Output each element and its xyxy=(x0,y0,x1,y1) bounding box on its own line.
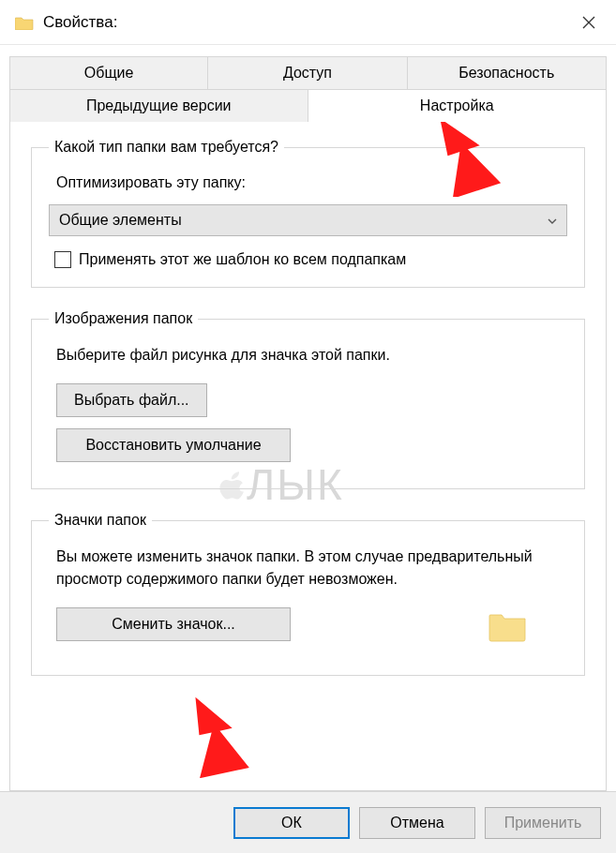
apply-button[interactable]: Применить xyxy=(485,807,601,839)
change-icon-button[interactable]: Сменить значок... xyxy=(56,607,291,641)
close-button[interactable] xyxy=(567,7,610,37)
tab-customize[interactable]: Настройка xyxy=(308,89,608,122)
cancel-button[interactable]: Отмена xyxy=(359,807,475,839)
ok-button[interactable]: ОК xyxy=(233,807,350,839)
tab-general[interactable]: Общие xyxy=(9,56,208,89)
group-folder-pictures-legend: Изображения папок xyxy=(49,310,198,327)
tab-security[interactable]: Безопасность xyxy=(408,56,607,89)
tab-previous-versions[interactable]: Предыдущие версии xyxy=(9,89,308,122)
apply-subfolders-row[interactable]: Применять этот же шаблон ко всем подпапк… xyxy=(54,251,567,268)
folder-icon-preview xyxy=(488,609,528,643)
tab-pane-customize: ЛЫК Какой тип папки вам требуется? Оптим… xyxy=(9,122,607,791)
folder-pictures-desc: Выберите файл рисунка для значка этой па… xyxy=(56,344,567,367)
group-folder-pictures: Изображения папок Выберите файл рисунка … xyxy=(31,310,585,489)
choose-file-button[interactable]: Выбрать файл... xyxy=(56,383,207,417)
chevron-down-icon xyxy=(548,214,557,227)
optimize-label: Оптимизировать эту папку: xyxy=(56,174,567,191)
apply-subfolders-checkbox[interactable] xyxy=(54,251,71,268)
tabs-row2: Предыдущие версии Настройка xyxy=(9,89,607,122)
restore-default-button[interactable]: Восстановить умолчание xyxy=(56,428,291,462)
group-folder-icons: Значки папок Вы можете изменить значок п… xyxy=(31,512,585,676)
dialog-footer: ОК Отмена Применить xyxy=(0,791,616,853)
annotation-arrow-bottom xyxy=(174,694,259,778)
window-title: Свойства: xyxy=(43,13,567,32)
svg-marker-1 xyxy=(183,694,249,778)
optimize-dropdown-value: Общие элементы xyxy=(59,212,182,229)
group-folder-icons-legend: Значки папок xyxy=(49,512,152,529)
titlebar: Свойства: xyxy=(0,0,616,45)
optimize-dropdown[interactable]: Общие элементы xyxy=(49,204,567,236)
folder-icons-desc: Вы можете изменить значок папки. В этом … xyxy=(56,546,567,591)
tabs-row1: Общие Доступ Безопасность xyxy=(9,56,607,89)
tab-sharing[interactable]: Доступ xyxy=(208,56,407,89)
apply-subfolders-label: Применять этот же шаблон ко всем подпапк… xyxy=(79,251,406,268)
group-folder-type: Какой тип папки вам требуется? Оптимизир… xyxy=(31,139,585,288)
group-folder-type-legend: Какой тип папки вам требуется? xyxy=(49,139,284,156)
folder-icon xyxy=(15,15,34,30)
